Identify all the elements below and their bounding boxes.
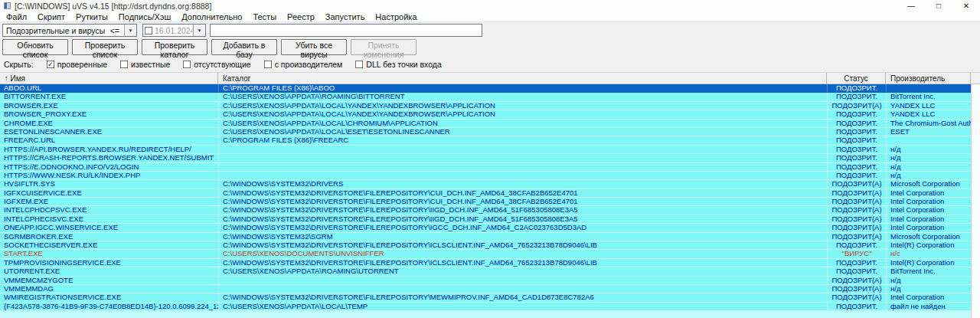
cell-vendor: н/д	[886, 146, 971, 153]
toolbar-button[interactable]: Обновить список	[2, 39, 68, 55]
table-row[interactable]: {F423A578-3876-41B9-9F39-C74E0B8ED14B}-1…	[0, 303, 971, 311]
cell-catalog: C:\USERS\XENOS\APPDATA\LOCAL\YANDEX\YAND…	[218, 102, 827, 110]
table-row[interactable]: FREEARC.URLC:\PROGRAM FILES (X86)\FREEAR…	[0, 136, 971, 145]
table-row[interactable]: WMIREGISTRATIONSERVICE.EXEC:\WINDOWS\SYS…	[0, 293, 971, 302]
table-row[interactable]: VMMEMMDAGПОДОЗРИТ(А)н/д	[0, 285, 971, 293]
table-row[interactable]: IGFXEM.EXEC:\WINDOWS\SYSTEM32\DRIVERSTOR…	[0, 198, 971, 206]
cell-catalog	[218, 285, 827, 293]
toolbar-button[interactable]: Проверить список	[72, 39, 138, 55]
category-filter-select[interactable]: Подозрительные и вирусы <= ▼	[2, 24, 137, 37]
hide-checkbox-item[interactable]: известные	[120, 60, 170, 69]
checkbox-checked-icon[interactable]: ✓	[47, 61, 54, 68]
hide-checkbox-label: DLL без точки входа	[366, 60, 441, 69]
table-row[interactable]: HTTPS://API.BROWSER.YANDEX.RU/REDIRECT/H…	[0, 146, 971, 154]
cell-catalog: C:\PROGRAM FILES (X86)\FREEARC	[218, 136, 827, 144]
cell-catalog: C:\PROGRAM FILES (X86)\ABOO	[218, 84, 827, 92]
cell-name: START.EXE	[0, 250, 218, 257]
table-row[interactable]: INTELCPHECISVC.EXEC:\WINDOWS\SYSTEM32\DR…	[0, 215, 971, 224]
cell-catalog: C:\USERS\XENOS\APPDATA\LOCAL\CHROMIUM\AP…	[218, 120, 827, 127]
table-row[interactable]: SOCKETHECISERVER.EXEC:\WINDOWS\SYSTEM32\…	[0, 241, 971, 250]
table-row[interactable]: INTELCPHDCPSVC.EXEC:\WINDOWS\SYSTEM32\DR…	[0, 206, 971, 215]
table-row[interactable]: SGRMBROKER.EXEC:\WINDOWS\SYSTEM32\SGRMПО…	[0, 233, 971, 241]
date-filter[interactable]: 16.01.2024 ▼	[142, 24, 206, 37]
cell-status: ПОДОЗРИТ(А)	[827, 180, 886, 188]
menu-item[interactable]: Файл	[1, 11, 32, 22]
menu-item[interactable]: Скрипт	[32, 11, 70, 22]
table-row[interactable]: BITTORRENT.EXEC:\USERS\XENOS\APPDATA\ROA…	[0, 93, 971, 101]
minimize-button[interactable]: —	[897, 0, 925, 11]
close-button[interactable]: ✕	[952, 0, 980, 11]
table-row[interactable]: HTTPS://E.ODNOOKNO.INFO/V2/LOGINПОДОЗРИТ…	[0, 163, 971, 172]
table-row[interactable]: START.EXEC:\USERS\XENOS\DOCUMENTS\UNVISN…	[0, 250, 971, 258]
cell-name: HVSIFLTR.SYS	[0, 180, 218, 188]
table-row[interactable]: BROWSER.EXEC:\USERS\XENOS\APPDATA\LOCAL\…	[0, 102, 971, 110]
table-row[interactable]: UTORRENT.EXEC:\USERS\XENOS\APPDATA\ROAMI…	[0, 267, 971, 276]
column-header[interactable]: Производитель	[886, 73, 971, 84]
maximize-button[interactable]: □	[925, 0, 952, 11]
cell-status: ПОДОЗРИТ.	[827, 241, 886, 249]
toolbar-button[interactable]: Принять изменения	[351, 39, 416, 55]
menu-item[interactable]: Реестр	[282, 11, 320, 22]
cell-name: {F423A578-3876-41B9-9F39-C74E0B8ED14B}-1…	[0, 303, 218, 310]
checkbox-unchecked-icon[interactable]	[355, 61, 363, 68]
checkbox-unchecked-icon[interactable]	[264, 61, 272, 68]
cell-name: HTTPS://CRASH-REPORTS.BROWSER.YANDEX.NET…	[0, 154, 218, 162]
toolbar-button[interactable]: Убить все вирусы	[281, 39, 347, 55]
cell-catalog	[218, 277, 827, 284]
cell-status: ПОДОЗРИТ(А)	[827, 102, 886, 110]
cell-vendor	[886, 84, 971, 92]
table-row[interactable]: BROWSER_PROXY.EXEC:\USERS\XENOS\APPDATA\…	[0, 110, 971, 119]
table-row[interactable]: CHROME.EXEC:\USERS\XENOS\APPDATA\LOCAL\C…	[0, 120, 971, 128]
column-header-label: Каталог	[223, 74, 250, 83]
table-row[interactable]: HTTPS://CRASH-REPORTS.BROWSER.YANDEX.NET…	[0, 154, 971, 162]
cell-vendor: The Chromium-Gost Auth...	[886, 120, 971, 127]
checkbox-unchecked-icon[interactable]	[120, 61, 128, 68]
hide-checkbox-item[interactable]: отсутствующие	[183, 60, 250, 69]
menu-item[interactable]: Руткиты	[70, 11, 113, 22]
cell-status: ПОДОЗРИТ.	[827, 303, 886, 310]
cell-status: ПОДОЗРИТ.	[827, 110, 886, 118]
cell-name: VMMEMMDAG	[0, 285, 218, 293]
column-header[interactable]: Каталог	[218, 73, 827, 84]
toolbar-button[interactable]: Проверить каталог	[142, 39, 207, 55]
menu-item[interactable]: Запустить	[320, 11, 371, 22]
table-row[interactable]: ONEAPP.IGCC.WINSERVICE.EXEC:\WINDOWS\SYS…	[0, 224, 971, 232]
cell-catalog: C:\USERS\XENOS\APPDATA\ROAMING\BITTORREN…	[218, 93, 827, 100]
table-row[interactable]: VMMEMCMZYGOTEПОДОЗРИТ(А)н/д	[0, 277, 971, 285]
column-header[interactable]: Статус	[827, 73, 886, 84]
cell-status: ПОДОЗРИТ.	[827, 120, 886, 127]
cell-status: ПОДОЗРИТ.	[827, 84, 886, 92]
cell-vendor: YANDEX LLC	[886, 102, 971, 110]
hide-checkbox-item[interactable]: DLL без точки входа	[355, 60, 441, 69]
column-header[interactable]: ↑Имя	[0, 73, 218, 84]
table-row[interactable]: IGFXCUISERVICE.EXEC:\WINDOWS\SYSTEM32\DR…	[0, 189, 971, 198]
menu-item[interactable]: Настройка	[370, 11, 422, 22]
menu-item[interactable]: Подпись/Хэш	[113, 11, 176, 22]
checkbox-unchecked-icon[interactable]	[183, 61, 191, 68]
cell-status: ПОДОЗРИТ(А)	[827, 215, 886, 223]
cell-name: HTTPS://API.BROWSER.YANDEX.RU/REDIRECT/H…	[0, 146, 218, 153]
cell-status: ПОДОЗРИТ.	[827, 146, 886, 153]
cell-vendor: н/д	[886, 154, 971, 162]
cell-name: HTTPS://WWW.NESK.RU/LK/INDEX.PHP	[0, 172, 218, 179]
menu-item[interactable]: Дополнительно	[176, 11, 247, 22]
table-row[interactable]: TPMPROVISIONINGSERVICE.EXEC:\WINDOWS\SYS…	[0, 259, 971, 267]
hide-checkbox-item[interactable]: с производителем	[264, 60, 343, 69]
table-row[interactable]: ESETONLINESCANNER.EXEC:\USERS\XENOS\APPD…	[0, 128, 971, 136]
toolbar-button[interactable]: Добавить в базу	[211, 39, 277, 55]
filter-text-input[interactable]	[210, 24, 482, 37]
date-filter-checkbox[interactable]	[145, 27, 152, 34]
table-row[interactable]: ABOO.URLC:\PROGRAM FILES (X86)\ABOOПОДОЗ…	[0, 84, 971, 93]
hide-checkbox-item[interactable]: ✓проверенные	[47, 60, 107, 69]
table-row[interactable]: HVSIFLTR.SYSC:\WINDOWS\SYSTEM32\DRIVERSП…	[0, 180, 971, 189]
chevron-down-icon[interactable]: ▼	[124, 25, 136, 36]
cell-status: ПОДОЗРИТ.	[827, 259, 886, 267]
cell-vendor: Microsoft Corporation	[886, 180, 971, 188]
cell-catalog: C:\WINDOWS\SYSTEM32\SGRM	[218, 233, 827, 241]
menu-item[interactable]: Тесты	[247, 11, 282, 22]
cell-catalog: C:\WINDOWS\SYSTEM32\DRIVERSTORE\FILEREPO…	[218, 189, 827, 197]
table-row[interactable]: HTTPS://WWW.NESK.RU/LK/INDEX.PHPПОДОЗРИТ…	[0, 172, 971, 180]
chevron-down-icon[interactable]: ▼	[193, 25, 205, 36]
column-header-filler	[971, 73, 980, 84]
cell-name: CHROME.EXE	[0, 120, 218, 127]
